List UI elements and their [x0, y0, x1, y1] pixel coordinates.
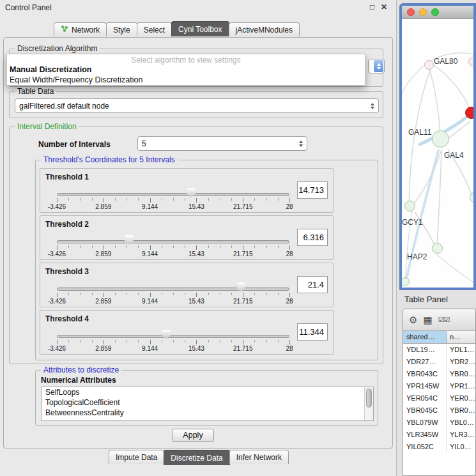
numerical-attributes-list[interactable]: SelfLoops TopologicalCoefficient Between… [41, 387, 374, 421]
network-node[interactable] [432, 130, 449, 148]
scale-label: 2.859 [95, 250, 111, 257]
gear-icon[interactable]: ⚙ [409, 314, 417, 326]
table-row[interactable]: YPR145WYPR1… [403, 380, 475, 392]
table-row[interactable]: YDR27…YDR2… [403, 356, 475, 368]
dropdown-option-equal-width[interactable]: Equal Width/Frequency Discretization [7, 75, 365, 85]
slider-track[interactable] [57, 240, 289, 243]
threshold-3-value-field[interactable]: 21.4 [297, 276, 328, 293]
network-node[interactable] [432, 243, 443, 254]
list-scrollbar[interactable] [364, 387, 373, 420]
scale-label: 9.144 [142, 250, 158, 257]
scale-label: 28 [286, 298, 293, 305]
top-tab-strip: Network Style Select Cyni Toolbox jActiv… [54, 21, 299, 36]
scale-label: 28 [286, 250, 293, 257]
columns-icon[interactable]: ▦ [423, 314, 432, 326]
network-node-label[interactable]: GAL4 [444, 151, 464, 160]
network-view-window[interactable]: GAL80 GAL11 GAL4 GCY1 HAP2 [399, 3, 476, 290]
tab-discretize-data[interactable]: Discretize Data [164, 450, 229, 465]
tab-network[interactable]: Network [54, 22, 107, 36]
table-row[interactable]: YBR043CYBR0… [403, 368, 475, 380]
scale-label: 2.859 [95, 345, 111, 352]
slider-major-ticks [57, 340, 290, 344]
scale-label: 9.144 [142, 345, 158, 352]
scale-label: 15.43 [188, 203, 204, 210]
table-data-group-title: Table Data [15, 87, 56, 96]
slider-track[interactable] [57, 193, 289, 196]
scrollbar-thumb[interactable] [366, 388, 372, 408]
network-node-label[interactable]: GCY1 [402, 218, 423, 227]
network-node[interactable] [424, 60, 434, 70]
tab-style[interactable]: Style [106, 22, 137, 36]
threshold-4-value-field[interactable]: 11.344 [297, 323, 328, 341]
threshold-1-panel: Threshold 1 -3.426 2.859 9.144 15.43 21.… [40, 168, 334, 213]
float-window-icon[interactable]: □ [370, 3, 374, 12]
slider-scale: -3.426 2.859 9.144 15.43 21.715 28 [57, 298, 289, 305]
threshold-4-slider[interactable]: -3.426 2.859 9.144 15.43 21.715 28 [57, 327, 289, 353]
tab-impute-data[interactable]: Impute Data [109, 450, 164, 464]
table-panel-title: Table Panel [404, 295, 448, 304]
select-rows-icon[interactable]: ☑☑ [438, 316, 450, 324]
scale-label: 21.715 [233, 203, 253, 210]
list-item[interactable]: TopologicalCoefficient [42, 397, 373, 408]
network-window-titlebar [402, 6, 473, 19]
table-row[interactable]: YLR345WYLR3… [403, 429, 475, 441]
combo-stepper-icon [371, 103, 374, 109]
network-node-label[interactable]: HAP2 [407, 252, 427, 261]
panel-title: Control Panel [5, 3, 52, 12]
list-item[interactable]: SelfLoops [42, 387, 373, 397]
threshold-2-slider[interactable]: -3.426 2.859 9.144 15.43 21.715 28 [57, 233, 289, 258]
scale-label: 9.144 [142, 298, 158, 305]
network-node-selected[interactable] [465, 107, 473, 119]
scale-label: 21.715 [233, 298, 253, 305]
slider-scale: -3.426 2.859 9.144 15.43 21.715 28 [57, 345, 289, 353]
slider-major-ticks [57, 245, 290, 250]
scale-label: 21.715 [233, 345, 253, 352]
thresholds-group-title: Threshold's Coordinates for 5 Intervals [41, 155, 178, 164]
slider-track[interactable] [57, 288, 289, 291]
zoom-button[interactable] [431, 8, 439, 16]
slider-scale: -3.426 2.859 9.144 15.43 21.715 28 [57, 203, 289, 211]
threshold-1-slider[interactable]: -3.426 2.859 9.144 15.43 21.715 28 [57, 185, 289, 211]
dropdown-option-manual[interactable]: Manual Discretization [7, 65, 365, 75]
table-row[interactable]: YBL079WYBL0… [403, 417, 475, 429]
scale-label: 2.859 [95, 298, 111, 305]
threshold-1-value-field[interactable]: 14.713 [297, 181, 328, 199]
network-icon [61, 25, 68, 35]
number-of-intervals-combobox[interactable]: 5 [137, 136, 307, 151]
table-row[interactable]: YIL052CYIL0… [403, 441, 475, 453]
scale-label: 15.43 [188, 345, 204, 352]
threshold-3-slider[interactable]: -3.426 2.859 9.144 15.43 21.715 28 [57, 280, 289, 305]
algorithm-group-title: Discretization Algorithm [15, 44, 100, 53]
threshold-4-panel: Threshold 4 -3.426 2.859 9.144 15.43 21.… [40, 310, 334, 355]
combo-stepper-icon[interactable] [374, 60, 383, 72]
algorithm-dropdown: Select algorithm to view settings Manual… [6, 54, 365, 86]
table-row[interactable]: YER054CYER0… [403, 392, 475, 404]
tab-infer-network[interactable]: Infer Network [229, 450, 289, 464]
table-row[interactable]: YBR045CYBR0… [403, 404, 475, 417]
tab-select[interactable]: Select [137, 22, 172, 36]
tab-cyni-toolbox[interactable]: Cyni Toolbox [171, 21, 229, 36]
scale-label: -3.426 [48, 298, 66, 305]
scale-label: -3.426 [48, 345, 66, 352]
column-header-name[interactable]: n… [447, 331, 475, 343]
algorithm-combobox[interactable] [368, 59, 385, 73]
close-button[interactable] [407, 8, 415, 16]
tab-jactivemnodules[interactable]: jActiveMNodules [229, 22, 300, 36]
network-node[interactable] [468, 57, 473, 66]
slider-track[interactable] [57, 335, 289, 338]
threshold-3-panel: Threshold 3 -3.426 2.859 9.144 15.43 21.… [40, 263, 334, 307]
minimize-button[interactable] [419, 8, 427, 16]
apply-button[interactable]: Apply [172, 429, 214, 442]
network-canvas[interactable]: GAL80 GAL11 GAL4 GCY1 HAP2 [402, 19, 473, 288]
network-node-label[interactable]: GAL11 [408, 128, 431, 137]
threshold-2-value-field[interactable]: 6.316 [297, 229, 328, 246]
column-header-shared-name[interactable]: shared… [403, 331, 447, 343]
list-item[interactable]: BetweennessCentrality [42, 408, 373, 418]
attributes-group: Attributes to discretize Numerical Attri… [35, 370, 378, 426]
network-node[interactable] [404, 201, 415, 211]
table-row[interactable]: YDL19…YDL1… [403, 344, 475, 356]
network-node-label[interactable]: GAL80 [434, 57, 457, 66]
close-icon[interactable]: ✕ [381, 3, 387, 12]
table-data-combobox[interactable]: galFiltered.sif default node [15, 98, 379, 113]
scale-label: 28 [286, 345, 293, 352]
